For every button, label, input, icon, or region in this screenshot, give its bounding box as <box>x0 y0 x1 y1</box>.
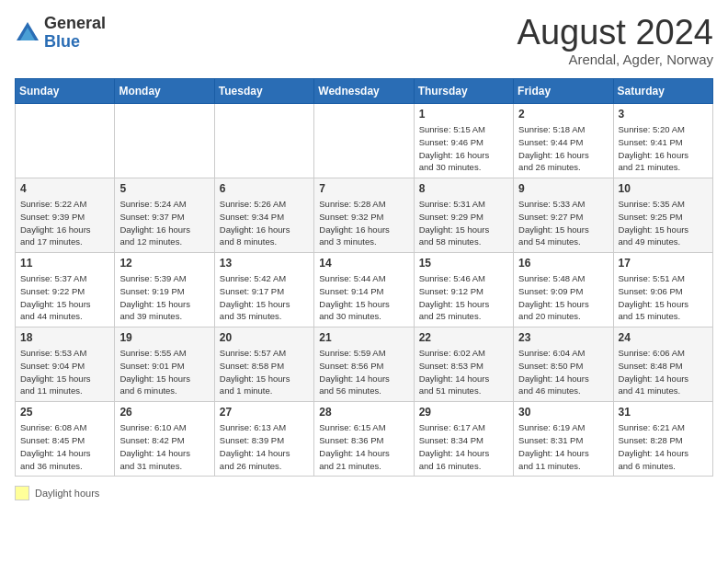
calendar-week: 4Sunrise: 5:22 AM Sunset: 9:39 PM Daylig… <box>16 178 713 253</box>
day-info: Sunrise: 5:18 AM Sunset: 9:44 PM Dayligh… <box>518 123 608 174</box>
day-number: 25 <box>20 406 109 419</box>
day-info: Sunrise: 5:55 AM Sunset: 9:01 PM Dayligh… <box>119 347 209 397</box>
calendar-day: 31Sunrise: 6:21 AM Sunset: 8:28 PM Dayli… <box>613 402 712 477</box>
day-info: Sunrise: 5:20 AM Sunset: 9:41 PM Dayligh… <box>619 123 708 174</box>
day-info: Sunrise: 6:10 AM Sunset: 8:42 PM Dayligh… <box>119 421 209 472</box>
day-number: 22 <box>419 331 508 344</box>
legend: Daylight hours <box>15 486 713 500</box>
calendar-day: 23Sunrise: 6:04 AM Sunset: 8:50 PM Dayli… <box>514 327 613 402</box>
day-info: Sunrise: 6:13 AM Sunset: 8:39 PM Dayligh… <box>220 421 309 472</box>
calendar-day <box>16 104 115 178</box>
day-info: Sunrise: 5:44 AM Sunset: 9:14 PM Dayligh… <box>319 272 408 323</box>
day-info: Sunrise: 5:31 AM Sunset: 9:29 PM Dayligh… <box>419 198 508 248</box>
day-number: 19 <box>119 331 209 344</box>
calendar-day: 19Sunrise: 5:55 AM Sunset: 9:01 PM Dayli… <box>115 327 214 402</box>
day-number: 23 <box>518 331 608 344</box>
logo-general: General <box>44 15 106 33</box>
logo-text: General Blue <box>44 15 106 52</box>
day-number: 2 <box>518 108 608 121</box>
day-info: Sunrise: 5:53 AM Sunset: 9:04 PM Dayligh… <box>20 347 109 397</box>
calendar-day: 17Sunrise: 5:51 AM Sunset: 9:06 PM Dayli… <box>613 253 712 327</box>
calendar-week: 25Sunrise: 6:08 AM Sunset: 8:45 PM Dayli… <box>16 402 713 477</box>
day-info: Sunrise: 6:08 AM Sunset: 8:45 PM Dayligh… <box>20 421 109 472</box>
day-info: Sunrise: 5:39 AM Sunset: 9:19 PM Dayligh… <box>119 272 209 323</box>
weekday-row: SundayMondayTuesdayWednesdayThursdayFrid… <box>16 79 713 104</box>
day-info: Sunrise: 5:22 AM Sunset: 9:39 PM Dayligh… <box>20 198 109 248</box>
logo: General Blue <box>15 15 106 52</box>
weekday-header: Sunday <box>16 79 115 104</box>
day-info: Sunrise: 5:57 AM Sunset: 8:58 PM Dayligh… <box>220 347 309 397</box>
calendar-day: 28Sunrise: 6:15 AM Sunset: 8:36 PM Dayli… <box>314 402 414 477</box>
calendar-day: 3Sunrise: 5:20 AM Sunset: 9:41 PM Daylig… <box>613 104 712 178</box>
day-number: 30 <box>518 406 608 419</box>
day-info: Sunrise: 5:28 AM Sunset: 9:32 PM Dayligh… <box>319 198 408 248</box>
calendar-day: 2Sunrise: 5:18 AM Sunset: 9:44 PM Daylig… <box>514 104 613 178</box>
weekday-header: Saturday <box>613 79 712 104</box>
day-info: Sunrise: 6:19 AM Sunset: 8:31 PM Dayligh… <box>518 421 608 472</box>
calendar-day: 21Sunrise: 5:59 AM Sunset: 8:56 PM Dayli… <box>314 327 414 402</box>
calendar-day: 14Sunrise: 5:44 AM Sunset: 9:14 PM Dayli… <box>314 253 414 327</box>
day-number: 17 <box>619 257 708 270</box>
calendar-day: 6Sunrise: 5:26 AM Sunset: 9:34 PM Daylig… <box>214 178 313 253</box>
calendar-day: 26Sunrise: 6:10 AM Sunset: 8:42 PM Dayli… <box>115 402 214 477</box>
calendar-body: 1Sunrise: 5:15 AM Sunset: 9:46 PM Daylig… <box>16 104 713 477</box>
weekday-header: Friday <box>514 79 613 104</box>
calendar-week: 1Sunrise: 5:15 AM Sunset: 9:46 PM Daylig… <box>16 104 713 178</box>
day-number: 28 <box>319 406 408 419</box>
calendar-day: 25Sunrise: 6:08 AM Sunset: 8:45 PM Dayli… <box>16 402 115 477</box>
calendar-day: 11Sunrise: 5:37 AM Sunset: 9:22 PM Dayli… <box>16 253 115 327</box>
legend-label: Daylight hours <box>35 488 99 499</box>
day-info: Sunrise: 5:46 AM Sunset: 9:12 PM Dayligh… <box>419 272 508 323</box>
calendar-day: 20Sunrise: 5:57 AM Sunset: 8:58 PM Dayli… <box>214 327 313 402</box>
day-number: 31 <box>619 406 708 419</box>
calendar-day <box>115 104 214 178</box>
calendar-day <box>314 104 414 178</box>
calendar-day: 9Sunrise: 5:33 AM Sunset: 9:27 PM Daylig… <box>514 178 613 253</box>
calendar-day <box>214 104 313 178</box>
calendar-day: 24Sunrise: 6:06 AM Sunset: 8:48 PM Dayli… <box>613 327 712 402</box>
day-info: Sunrise: 5:35 AM Sunset: 9:25 PM Dayligh… <box>619 198 708 248</box>
day-info: Sunrise: 5:51 AM Sunset: 9:06 PM Dayligh… <box>619 272 708 323</box>
day-number: 15 <box>419 257 508 270</box>
title-block: August 2024 Arendal, Agder, Norway <box>518 15 713 67</box>
location: Arendal, Agder, Norway <box>518 52 713 67</box>
day-info: Sunrise: 6:17 AM Sunset: 8:34 PM Dayligh… <box>419 421 508 472</box>
legend-box <box>15 486 29 500</box>
calendar-day: 30Sunrise: 6:19 AM Sunset: 8:31 PM Dayli… <box>514 402 613 477</box>
day-info: Sunrise: 6:21 AM Sunset: 8:28 PM Dayligh… <box>619 421 708 472</box>
day-number: 21 <box>319 331 408 344</box>
day-number: 4 <box>20 182 109 195</box>
day-number: 3 <box>619 108 708 121</box>
day-number: 20 <box>220 331 309 344</box>
day-number: 7 <box>319 182 408 195</box>
weekday-header: Thursday <box>414 79 513 104</box>
day-number: 16 <box>518 257 608 270</box>
calendar-day: 10Sunrise: 5:35 AM Sunset: 9:25 PM Dayli… <box>613 178 712 253</box>
calendar-day: 5Sunrise: 5:24 AM Sunset: 9:37 PM Daylig… <box>115 178 214 253</box>
calendar-day: 16Sunrise: 5:48 AM Sunset: 9:09 PM Dayli… <box>514 253 613 327</box>
day-number: 18 <box>20 331 109 344</box>
calendar-day: 8Sunrise: 5:31 AM Sunset: 9:29 PM Daylig… <box>414 178 513 253</box>
calendar-day: 27Sunrise: 6:13 AM Sunset: 8:39 PM Dayli… <box>214 402 313 477</box>
weekday-header: Tuesday <box>214 79 313 104</box>
day-info: Sunrise: 5:37 AM Sunset: 9:22 PM Dayligh… <box>20 272 109 323</box>
day-number: 1 <box>419 108 508 121</box>
day-info: Sunrise: 5:59 AM Sunset: 8:56 PM Dayligh… <box>319 347 408 397</box>
day-number: 12 <box>119 257 209 270</box>
day-info: Sunrise: 5:15 AM Sunset: 9:46 PM Dayligh… <box>419 123 508 174</box>
logo-blue: Blue <box>44 33 106 52</box>
logo-icon <box>15 20 40 46</box>
day-number: 9 <box>518 182 608 195</box>
calendar-day: 13Sunrise: 5:42 AM Sunset: 9:17 PM Dayli… <box>214 253 313 327</box>
weekday-header: Monday <box>115 79 214 104</box>
calendar-day: 1Sunrise: 5:15 AM Sunset: 9:46 PM Daylig… <box>414 104 513 178</box>
calendar-day: 12Sunrise: 5:39 AM Sunset: 9:19 PM Dayli… <box>115 253 214 327</box>
day-info: Sunrise: 5:24 AM Sunset: 9:37 PM Dayligh… <box>119 198 209 248</box>
day-info: Sunrise: 5:42 AM Sunset: 9:17 PM Dayligh… <box>220 272 309 323</box>
calendar-week: 18Sunrise: 5:53 AM Sunset: 9:04 PM Dayli… <box>16 327 713 402</box>
calendar-day: 7Sunrise: 5:28 AM Sunset: 9:32 PM Daylig… <box>314 178 414 253</box>
day-info: Sunrise: 5:26 AM Sunset: 9:34 PM Dayligh… <box>220 198 309 248</box>
weekday-header: Wednesday <box>314 79 414 104</box>
day-info: Sunrise: 5:48 AM Sunset: 9:09 PM Dayligh… <box>518 272 608 323</box>
day-info: Sunrise: 6:04 AM Sunset: 8:50 PM Dayligh… <box>518 347 608 397</box>
